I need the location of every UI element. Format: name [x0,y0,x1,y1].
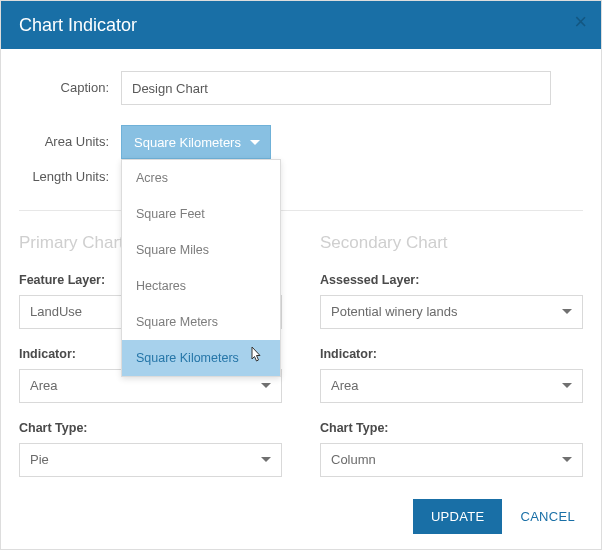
caption-label: Caption: [19,80,121,97]
assessed-layer-value: Potential winery lands [331,304,457,319]
dropdown-item-square-meters[interactable]: Square Meters [122,304,280,340]
primary-chart-type-select[interactable]: Pie [19,443,282,477]
chevron-down-icon [562,457,572,462]
area-units-select[interactable]: Square Kilometers [121,125,271,159]
caption-row: Caption: [19,71,583,105]
primary-chart-type-value: Pie [30,452,49,467]
primary-chart-type-label: Chart Type: [19,421,282,435]
feature-layer-value: LandUse [30,304,82,319]
cancel-button[interactable]: CANCEL [514,499,581,534]
area-units-dropdown: Acres Square Feet Square Miles Hectares … [121,159,281,377]
dropdown-item-square-miles[interactable]: Square Miles [122,232,280,268]
caption-input[interactable] [121,71,551,105]
secondary-indicator-select[interactable]: Area [320,369,583,403]
chevron-down-icon [261,457,271,462]
dropdown-item-hectares[interactable]: Hectares [122,268,280,304]
chevron-down-icon [562,309,572,314]
secondary-chart-column: Secondary Chart Assessed Layer: Potentia… [320,233,583,485]
divider [19,210,583,211]
secondary-chart-type-value: Column [331,452,376,467]
close-icon[interactable]: × [574,11,587,33]
dialog-titlebar: Chart Indicator × [1,1,601,49]
assessed-layer-select[interactable]: Potential winery lands [320,295,583,329]
area-units-value: Square Kilometers [134,135,241,150]
chevron-down-icon [250,140,260,145]
dialog-footer: UPDATE CANCEL [19,485,583,536]
charts-row: Primary Chart Feature Layer: LandUse Ind… [19,233,583,485]
pointer-cursor-icon [247,346,264,371]
primary-indicator-value: Area [30,378,57,393]
secondary-chart-type-select[interactable]: Column [320,443,583,477]
dropdown-item-square-kilometers[interactable]: Square Kilometers [122,340,280,376]
secondary-heading: Secondary Chart [320,233,583,253]
dropdown-item-square-feet[interactable]: Square Feet [122,196,280,232]
chevron-down-icon [261,383,271,388]
area-units-select-wrap: Square Kilometers Acres Square Feet Squa… [121,125,271,159]
dialog-content: Caption: Area Units: Square Kilometers A… [1,49,601,549]
area-units-label: Area Units: [19,134,121,151]
secondary-indicator-label: Indicator: [320,347,583,361]
update-button[interactable]: UPDATE [413,499,503,534]
assessed-layer-label: Assessed Layer: [320,273,583,287]
dropdown-item-acres[interactable]: Acres [122,160,280,196]
dialog-title: Chart Indicator [19,15,137,36]
area-units-row: Area Units: Square Kilometers Acres Squa… [19,125,583,159]
chevron-down-icon [562,383,572,388]
secondary-indicator-value: Area [331,378,358,393]
secondary-chart-type-label: Chart Type: [320,421,583,435]
length-units-row: Length Units: [19,169,583,186]
length-units-label: Length Units: [19,169,121,186]
